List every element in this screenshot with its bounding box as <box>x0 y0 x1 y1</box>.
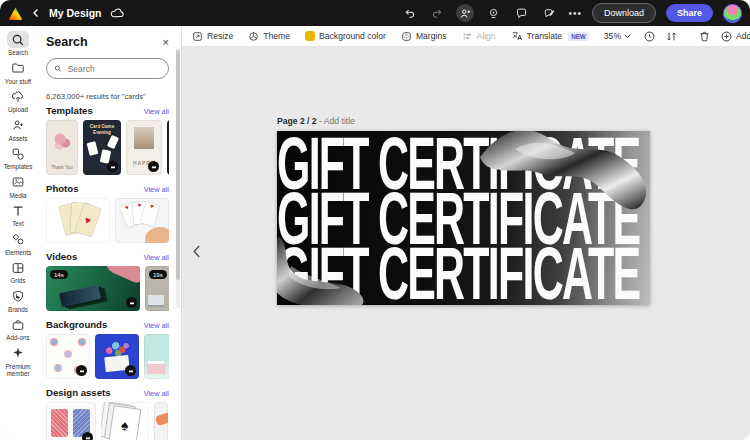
thumbnail-background-rainbow-pattern[interactable] <box>46 334 90 379</box>
undo-icon[interactable] <box>400 4 418 22</box>
sidebar-item-elements[interactable]: Elements <box>0 231 36 256</box>
sidebar-item-search[interactable]: Search <box>0 31 36 56</box>
thumbnail-asset-card-backs[interactable] <box>46 402 96 440</box>
sidebar-item-templates[interactable]: Templates <box>0 145 36 170</box>
sidebar-item-premium-member[interactable]: Premium member <box>0 345 36 377</box>
sidebar-item-text[interactable]: Text <box>0 202 36 227</box>
view-all-link[interactable]: View all <box>144 107 169 116</box>
search-icon <box>7 31 29 48</box>
trash-icon[interactable] <box>698 29 711 44</box>
thumbnail-template-thank-you[interactable]: Thank You <box>46 120 78 175</box>
close-icon[interactable]: × <box>163 37 169 47</box>
thumbnail-video-card-shuffle[interactable]: 14s <box>46 266 140 311</box>
design-page[interactable]: GIFT CERTIFICATE GIFT CERTIFICATE GIFT C… <box>277 131 650 305</box>
topbar-right: ••• Download Share <box>400 3 742 23</box>
translate-button[interactable]: Translate NEW <box>511 30 589 42</box>
margins-icon <box>401 31 412 42</box>
view-all-link[interactable]: View all <box>144 185 169 194</box>
redo-icon[interactable] <box>428 4 446 22</box>
background-color-button[interactable]: Background color <box>305 31 386 41</box>
thumbnail-photo-aces[interactable]: ♥ <box>46 198 110 243</box>
align-button[interactable]: Align <box>462 31 496 42</box>
thumbnail-asset-ace-fan[interactable]: ♠ <box>101 402 149 440</box>
premium-crown-icon <box>82 432 93 440</box>
sidebar-item-media[interactable]: Media <box>0 174 36 199</box>
thumbnail-asset-hand[interactable] <box>154 402 168 440</box>
timer-icon[interactable] <box>643 29 656 44</box>
art <box>145 227 169 243</box>
section-title: Templates <box>46 105 93 116</box>
resize-icon <box>192 31 203 42</box>
present-icon[interactable] <box>484 4 502 22</box>
zoom-control[interactable]: 35% <box>604 31 631 41</box>
elements-icon <box>7 231 29 248</box>
art <box>51 409 68 437</box>
sidebar-item-grids[interactable]: Grids <box>0 259 36 284</box>
view-all-link[interactable]: View all <box>144 389 169 398</box>
reorder-pages-icon[interactable] <box>665 29 678 44</box>
search-input[interactable] <box>66 63 161 75</box>
share-button[interactable]: Share <box>666 4 713 22</box>
margins-button[interactable]: Margins <box>401 31 447 42</box>
cloud-icon <box>110 7 125 19</box>
theme-button[interactable]: Theme <box>248 31 290 42</box>
document-title[interactable]: My Design <box>49 7 102 19</box>
thumbnail-template-card-game-evening[interactable]: Card Game Evening <box>83 120 121 175</box>
comment-icon[interactable] <box>512 4 530 22</box>
art: ♠ <box>109 405 142 440</box>
add-page-button[interactable]: Add <box>720 30 750 43</box>
view-all-link[interactable]: View all <box>144 321 169 330</box>
duration-badge: 19s <box>149 270 167 279</box>
art <box>134 127 154 149</box>
panel-title: Search <box>46 35 88 49</box>
search-icon <box>54 64 62 73</box>
view-all-link[interactable]: View all <box>144 253 169 262</box>
resize-button[interactable]: Resize <box>192 31 233 42</box>
section-title: Backgrounds <box>46 319 107 330</box>
new-badge: NEW <box>568 32 589 41</box>
results-count: 6,263,000+ results for "cards" <box>46 92 169 101</box>
search-input-box[interactable] <box>46 58 169 79</box>
thumbnail-template-happy[interactable]: HAPPY <box>126 120 162 175</box>
canvas-area[interactable]: Page 2 / 2 - Add title GIFT CERTIFICATE … <box>182 47 750 440</box>
sidebar-item-upload[interactable]: Upload <box>0 88 36 113</box>
thumbnail-background-winter-village[interactable] <box>144 334 169 379</box>
add-collaborator-icon[interactable] <box>456 4 474 22</box>
app-window: My Design ••• Dow <box>0 0 750 440</box>
sidebar-item-brands[interactable]: Brands <box>0 288 36 313</box>
premium-crown-icon <box>76 365 87 376</box>
add-icon <box>720 30 733 43</box>
thumbnail-photo-hand-of-cards[interactable]: ♥ ♥ ♥ <box>115 198 169 243</box>
assets-icon <box>7 117 29 134</box>
premium-crown-icon <box>126 297 137 308</box>
more-icon[interactable]: ••• <box>568 8 582 19</box>
section-photos: Photos View all ♥ ♥ ♥ ♥ <box>46 183 169 243</box>
zoom-value: 35% <box>604 31 621 41</box>
art <box>147 364 165 374</box>
chat-pen-icon[interactable] <box>540 4 558 22</box>
thumbnail-video-laptop[interactable]: 19s <box>145 266 169 311</box>
translate-icon <box>511 30 523 42</box>
panel-collapse-button[interactable] <box>188 236 204 266</box>
premium-crown-icon <box>125 365 136 376</box>
page-number: Page 2 / 2 <box>277 116 317 126</box>
thumbnail-template-partial[interactable] <box>167 120 169 175</box>
sidebar-item-add-ons[interactable]: Add-ons <box>0 316 36 341</box>
sidebar-item-assets[interactable]: Assets <box>0 117 36 142</box>
background-color-swatch <box>305 31 315 41</box>
topbar-left: My Design <box>8 6 392 21</box>
download-button[interactable]: Download <box>592 3 656 23</box>
page-title-placeholder[interactable]: - Add title <box>317 116 355 126</box>
thumbnail-background-flower-envelope[interactable] <box>95 334 139 379</box>
scrollbar-thumb[interactable] <box>176 50 180 280</box>
panel-scrollbar[interactable] <box>176 48 180 308</box>
back-icon[interactable] <box>31 8 41 18</box>
art <box>53 132 71 152</box>
adobe-express-logo-icon[interactable] <box>8 6 23 21</box>
art <box>107 135 119 149</box>
avatar[interactable] <box>723 4 742 23</box>
page-label[interactable]: Page 2 / 2 - Add title <box>277 116 355 126</box>
section-templates: Templates View all Thank You Card Game E… <box>46 105 169 175</box>
chevron-down-icon <box>624 34 631 39</box>
sidebar-item-your-stuff[interactable]: Your stuff <box>0 60 36 85</box>
